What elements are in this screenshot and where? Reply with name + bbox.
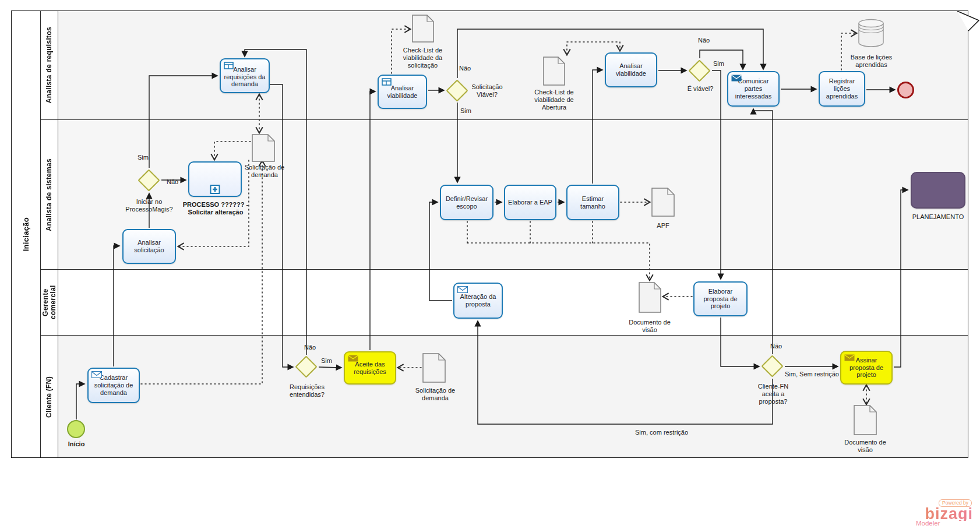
task-comunicar-partes[interactable]: Comunicar partes interessadas — [727, 71, 780, 107]
task-aceite-requisicoes[interactable]: Aceite das requisições — [344, 351, 396, 385]
subprocess-label: PROCESSO ?????? - Solicitar alteração — [172, 201, 259, 216]
bizagi-branding: Powered by bizagi Modeler — [909, 496, 973, 527]
end-event[interactable] — [897, 82, 914, 98]
edge-label-solicitacao-nao: Não — [459, 65, 471, 72]
datastore-base-licoes-icon[interactable] — [859, 20, 883, 47]
task-elaborar-eap[interactable]: Elaborar a EAP — [504, 185, 556, 220]
gateway-label: Requisições entendidas? — [281, 383, 333, 398]
task-analisar-requisicoes[interactable]: Analisar requisições da demanda — [220, 58, 270, 93]
gateway-label: Solicitação Viável? — [469, 83, 505, 98]
document-label-visao-1: Documento de visão — [623, 319, 676, 334]
task-label: Analisar solicitação — [126, 239, 172, 254]
datastore-label-base-licoes: Base de lições aprendidas — [844, 54, 899, 69]
edge-label-cliente-nao: Não — [770, 343, 782, 350]
task-estimar-tamanho[interactable]: Estimar tamanho — [566, 185, 619, 220]
envelope-icon — [348, 355, 358, 362]
edge-label-cliente-sim-sem: Sim, Sem restrição — [785, 371, 839, 378]
start-event-inicio[interactable] — [67, 420, 85, 438]
planejamento-label: PLANEJAMENTO — [909, 213, 967, 221]
envelope-icon — [731, 75, 742, 82]
edge-label-cliente-sim-com: Sim, com restrição — [635, 429, 688, 436]
document-label-solicitacao-demanda-2: Solicitação de demanda — [412, 387, 459, 402]
edge-label-requisicoes-sim: Sim — [321, 357, 332, 364]
task-registrar-licoes[interactable]: Registrar lições aprendidas — [819, 71, 865, 107]
subprocess-plus-icon — [210, 185, 220, 194]
document-checklist-solicitacao[interactable] — [413, 15, 433, 42]
document-label-checklist-abertura: Check-List de viabilidade de Abertura — [527, 89, 581, 112]
table-icon — [224, 62, 234, 69]
task-label: Analisar viabilidade — [381, 84, 424, 100]
task-analisar-viabilidade-2[interactable]: Analisar viabilidade — [605, 52, 657, 87]
edge-label-requisicoes-nao: Não — [304, 344, 316, 351]
document-label-checklist-solicitacao: Check-List de viabilidade da solicitação — [395, 47, 450, 70]
document-label-visao-2: Documento de visão — [839, 439, 891, 454]
gateway-label: Iniciar no ProcessoMagis? — [121, 198, 177, 213]
task-label: Elaborar a EAP — [508, 199, 552, 206]
task-label: Elaborar proposta de projeto — [697, 288, 744, 311]
edge-label-eviavel-sim: Sim — [713, 60, 724, 67]
document-apf[interactable] — [652, 188, 674, 216]
task-cadastrar-solicitacao[interactable]: Cadastrar solicitação de demanda — [87, 368, 140, 403]
table-icon — [382, 78, 392, 86]
edge-label-processo-nao: Não — [167, 178, 178, 185]
task-label: Alteração da proposta — [457, 293, 499, 308]
task-definir-escopo[interactable]: Definir/Revisar escopo — [440, 185, 493, 220]
edge-label-eviavel-nao: Não — [698, 37, 710, 44]
envelope-icon — [844, 354, 855, 361]
task-label: Definir/Revisar escopo — [443, 195, 490, 210]
task-alteracao-proposta[interactable]: Alteração da proposta — [453, 283, 503, 319]
bpmn-diagram-canvas: Iniciação Analista de requisitos Analist… — [0, 0, 980, 529]
envelope-icon — [457, 286, 468, 293]
document-label-apf: APF — [648, 222, 678, 230]
task-analisar-viabilidade-1[interactable]: Analisar viabilidade — [378, 75, 427, 109]
bizagi-logo: bizagi — [909, 507, 973, 521]
task-label: Aceite das requisições — [347, 361, 393, 376]
document-visao-1[interactable] — [639, 283, 661, 312]
task-analisar-solicitacao[interactable]: Analisar solicitação — [122, 229, 176, 264]
gateway-label: É viável? — [683, 85, 718, 93]
task-label: Analisar viabilidade — [608, 62, 654, 77]
document-solicitacao-demanda-2[interactable] — [423, 354, 445, 382]
task-assinar-proposta[interactable]: Assinar proposta de projeto — [840, 351, 893, 385]
subprocess-solicitar-alteracao[interactable] — [188, 161, 242, 197]
task-label: Estimar tamanho — [570, 195, 616, 210]
gateway-label: Cliente-FN aceita a proposta? — [753, 383, 794, 406]
document-label-solicitacao-demanda-1: Solicitação de demanda — [238, 164, 291, 179]
edge-label-solicitacao-sim: Sim — [460, 107, 471, 114]
envelope-icon — [91, 371, 102, 378]
document-checklist-abertura[interactable] — [544, 57, 565, 85]
document-visao-2[interactable] — [854, 405, 876, 435]
edge-label-processo-sim: Sim — [138, 154, 149, 161]
start-event-label: Início — [62, 440, 91, 448]
reference-planejamento[interactable] — [911, 172, 965, 209]
task-elaborar-proposta[interactable]: Elaborar proposta de projeto — [693, 281, 748, 316]
task-label: Registrar lições aprendidas — [822, 77, 862, 100]
document-solicitacao-demanda-1[interactable] — [252, 135, 274, 161]
